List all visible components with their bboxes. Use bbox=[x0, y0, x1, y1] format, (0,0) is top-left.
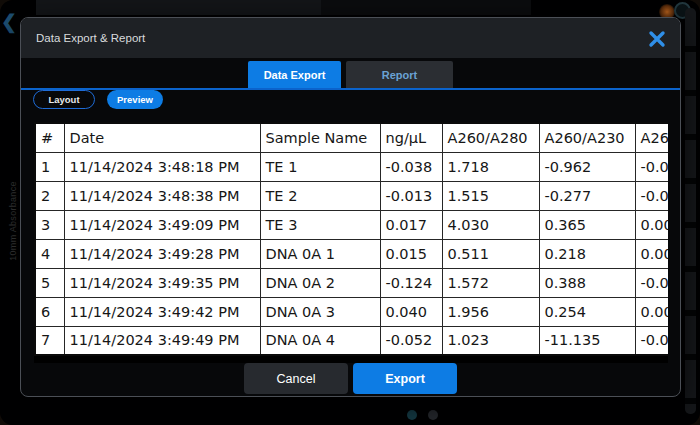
background-scrollbar-rail bbox=[685, 8, 696, 414]
page-indicator-dot bbox=[428, 410, 438, 420]
page-indicator-dot bbox=[407, 410, 417, 420]
table-row: 7 11/14/2024 3:49:49 PM DNA 0A 4 -0.052 … bbox=[35, 326, 668, 355]
table-cell: 11/14/2024 3:49:49 PM bbox=[64, 326, 260, 355]
table-cell: 0.388 bbox=[539, 268, 635, 297]
table-cell: 11/14/2024 3:48:18 PM bbox=[64, 152, 260, 181]
table-cell: 5 bbox=[35, 268, 64, 297]
table-cell: 11/14/2024 3:49:09 PM bbox=[64, 210, 260, 239]
export-preview-table-container: # Date Sample Name ng/µL A260/A280 A260/… bbox=[34, 122, 668, 363]
back-chevron-icon: ❮ bbox=[1, 12, 17, 31]
table-cell: 11/14/2024 3:48:38 PM bbox=[64, 181, 260, 210]
column-header: Sample Name bbox=[260, 123, 380, 152]
background-toolbar-strip bbox=[36, 0, 321, 15]
dialog-titlebar: Data Export & Report bbox=[21, 18, 680, 58]
cancel-button[interactable]: Cancel bbox=[244, 363, 348, 394]
column-header: Date bbox=[64, 123, 260, 152]
table-cell: -0.0 bbox=[635, 268, 668, 297]
table-cell: TE 2 bbox=[260, 181, 380, 210]
dialog-title: Data Export & Report bbox=[36, 32, 145, 44]
column-header: A260/A230 bbox=[539, 123, 635, 152]
table-cell: 3 bbox=[35, 210, 64, 239]
table-cell: -0.0 bbox=[635, 181, 668, 210]
table-cell: 0.00 bbox=[635, 210, 668, 239]
table-cell: TE 3 bbox=[260, 210, 380, 239]
tab-report[interactable]: Report bbox=[346, 61, 453, 88]
data-export-report-dialog: Data Export & Report Data Export Report … bbox=[20, 17, 681, 397]
column-header: ng/µL bbox=[380, 123, 442, 152]
table-header-row: # Date Sample Name ng/µL A260/A280 A260/… bbox=[35, 123, 668, 152]
table-cell: 1.515 bbox=[442, 181, 539, 210]
table-cell: -11.135 bbox=[539, 326, 635, 355]
background-toolbar-strip-dim bbox=[321, 0, 531, 15]
table-cell: -0.013 bbox=[380, 181, 442, 210]
table-cell: 1.023 bbox=[442, 326, 539, 355]
table-cell: -0.0 bbox=[635, 152, 668, 181]
table-row: 3 11/14/2024 3:49:09 PM TE 3 0.017 4.030… bbox=[35, 210, 668, 239]
table-cell: 7 bbox=[35, 326, 64, 355]
layout-toggle-button[interactable]: Layout bbox=[33, 90, 95, 109]
tab-data-export[interactable]: Data Export bbox=[248, 61, 341, 88]
table-cell: 0.511 bbox=[442, 239, 539, 268]
table-cell: 11/14/2024 3:49:42 PM bbox=[64, 297, 260, 326]
table-row: 5 11/14/2024 3:49:35 PM DNA 0A 2 -0.124 … bbox=[35, 268, 668, 297]
table-cell: -0.038 bbox=[380, 152, 442, 181]
table-cell: DNA 0A 1 bbox=[260, 239, 380, 268]
table-cell: 0.365 bbox=[539, 210, 635, 239]
background-axis-label: 10mm Absorbance bbox=[8, 169, 18, 273]
table-cell: 4 bbox=[35, 239, 64, 268]
table-cell: 11/14/2024 3:49:28 PM bbox=[64, 239, 260, 268]
column-header: A260/A280 bbox=[442, 123, 539, 152]
close-icon bbox=[647, 29, 667, 49]
table-cell: -0.052 bbox=[380, 326, 442, 355]
close-button[interactable] bbox=[645, 27, 669, 51]
table-cell: 0.254 bbox=[539, 297, 635, 326]
table-cell: 0.040 bbox=[380, 297, 442, 326]
table-row: 2 11/14/2024 3:48:38 PM TE 2 -0.013 1.51… bbox=[35, 181, 668, 210]
table-cell: 4.030 bbox=[442, 210, 539, 239]
table-cell: -0.124 bbox=[380, 268, 442, 297]
table-cell: 0.00 bbox=[635, 297, 668, 326]
table-cell: 1.956 bbox=[442, 297, 539, 326]
table-cell: 1.572 bbox=[442, 268, 539, 297]
device-screen: ❮ 10mm Absorbance Data Export & Report D… bbox=[0, 0, 700, 425]
table-cell: DNA 0A 2 bbox=[260, 268, 380, 297]
table-cell: 0.00 bbox=[635, 239, 668, 268]
table-cell: -0.962 bbox=[539, 152, 635, 181]
table-cell: 11/14/2024 3:49:35 PM bbox=[64, 268, 260, 297]
table-cell: 6 bbox=[35, 297, 64, 326]
table-cell: -0.277 bbox=[539, 181, 635, 210]
view-toggle: Layout Preview bbox=[33, 90, 163, 109]
dialog-tabs: Data Export Report bbox=[21, 61, 680, 88]
export-button[interactable]: Export bbox=[353, 363, 457, 394]
table-row: 1 11/14/2024 3:48:18 PM TE 1 -0.038 1.71… bbox=[35, 152, 668, 181]
table-cell: DNA 0A 3 bbox=[260, 297, 380, 326]
table-cell: 1 bbox=[35, 152, 64, 181]
table-row: 4 11/14/2024 3:49:28 PM DNA 0A 1 0.015 0… bbox=[35, 239, 668, 268]
table-cell: 1.718 bbox=[442, 152, 539, 181]
table-cell: 0.015 bbox=[380, 239, 442, 268]
table-cell: 0.218 bbox=[539, 239, 635, 268]
export-preview-table: # Date Sample Name ng/µL A260/A280 A260/… bbox=[34, 122, 668, 356]
table-cell: 2 bbox=[35, 181, 64, 210]
table-row: 6 11/14/2024 3:49:42 PM DNA 0A 3 0.040 1… bbox=[35, 297, 668, 326]
table-cell: TE 1 bbox=[260, 152, 380, 181]
table-cell: -0.0 bbox=[635, 326, 668, 355]
column-header: # bbox=[35, 123, 64, 152]
preview-toggle-button[interactable]: Preview bbox=[107, 90, 163, 109]
table-cell: 0.017 bbox=[380, 210, 442, 239]
column-header: A26 bbox=[635, 123, 668, 152]
table-cell: DNA 0A 4 bbox=[260, 326, 380, 355]
